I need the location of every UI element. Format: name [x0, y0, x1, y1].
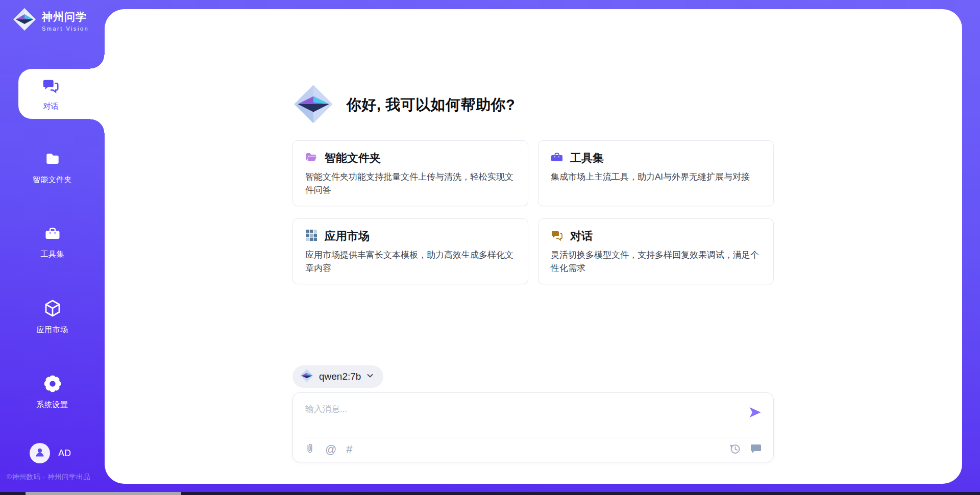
at-icon[interactable]: @ — [325, 443, 336, 456]
sidebar-item-toolset[interactable]: 工具集 — [0, 225, 105, 259]
brand: 神州问学 Smart Vision — [12, 7, 89, 34]
diamond-logo-icon — [292, 83, 334, 127]
sidebar-item-app-market[interactable]: 应用市场 — [0, 298, 105, 335]
hash-icon[interactable]: # — [346, 443, 352, 456]
card-smart-folders[interactable]: 智能文件夹 智能文件夹功能支持批量文件上传与清洗，轻松实现文件问答 — [292, 140, 528, 206]
cube-icon — [42, 311, 63, 320]
card-chat[interactable]: 对话 灵活切换多模型文件，支持多样回复效果调试，满足个性化需求 — [538, 218, 774, 284]
sidebar-item-label: 智能文件夹 — [0, 175, 105, 185]
user-name: AD — [58, 448, 71, 459]
chat-bubbles-icon — [551, 229, 563, 243]
card-title: 应用市场 — [325, 229, 370, 244]
diamond-logo-icon — [12, 7, 37, 34]
paperclip-icon[interactable] — [304, 442, 315, 457]
message-composer: @ # — [292, 392, 774, 462]
sidebar-item-label: 应用市场 — [0, 325, 105, 335]
copyright: ©神州数码 · 神州问学出品 — [7, 473, 90, 482]
sidebar-item-smart-folders[interactable]: 智能文件夹 — [0, 150, 105, 185]
model-name: qwen2:7b — [319, 371, 361, 382]
sidebar-item-chat[interactable]: 对话 — [18, 69, 105, 119]
card-description: 集成市场上主流工具，助力AI与外界无缝扩展与对接 — [551, 170, 761, 184]
card-title: 智能文件夹 — [325, 151, 381, 166]
history-icon[interactable] — [729, 442, 741, 457]
person-icon — [34, 446, 46, 460]
sidebar-item-label: 对话 — [43, 102, 59, 111]
composer-divider — [302, 437, 764, 437]
card-description: 灵活切换多模型文件，支持多样回复效果调试，满足个性化需求 — [551, 249, 761, 275]
greeting-title: 你好, 我可以如何帮助你? — [347, 95, 515, 115]
sidebar-item-settings[interactable]: 系统设置 — [0, 374, 105, 410]
chevron-down-icon — [366, 372, 374, 382]
card-title: 对话 — [570, 229, 593, 244]
composer-tools: @ # — [304, 442, 353, 457]
horizontal-scrollbar[interactable] — [0, 492, 980, 495]
sidebar-item-label: 工具集 — [0, 250, 105, 259]
blocks-icon — [305, 229, 317, 243]
model-selector[interactable]: qwen2:7b — [292, 365, 383, 388]
send-icon[interactable] — [748, 405, 762, 419]
message-input[interactable] — [304, 400, 735, 418]
folder-icon — [43, 161, 62, 170]
main-panel: 你好, 我可以如何帮助你? 智能文件夹 智能文件夹功能支持批量文件上传与清洗，轻… — [105, 9, 962, 484]
folder-open-icon — [305, 151, 317, 165]
brand-subtitle: Smart Vision — [42, 26, 89, 32]
card-toolset[interactable]: 工具集 集成市场上主流工具，助力AI与外界无缝扩展与对接 — [538, 140, 774, 206]
app: 神州问学 Smart Vision 对话 智能文件夹 — [0, 0, 980, 495]
gear-icon — [43, 386, 62, 395]
chat-bubble-icon[interactable] — [750, 442, 762, 457]
sidebar-item-label: 系统设置 — [0, 400, 105, 410]
card-description: 智能文件夹功能支持批量文件上传与清洗，轻松实现文件问答 — [305, 170, 516, 197]
feature-cards: 智能文件夹 智能文件夹功能支持批量文件上传与清洗，轻松实现文件问答 工具集 集成… — [292, 140, 774, 284]
chat-icon — [41, 77, 61, 98]
composer-right-tools — [729, 442, 762, 457]
user-profile[interactable]: AD — [30, 443, 71, 463]
card-title: 工具集 — [570, 151, 604, 166]
greeting: 你好, 我可以如何帮助你? — [292, 83, 515, 127]
diamond-logo-icon — [300, 368, 314, 385]
avatar — [30, 443, 50, 463]
scrollbar-thumb[interactable] — [26, 492, 181, 495]
sidebar: 神州问学 Smart Vision 对话 智能文件夹 — [0, 0, 105, 495]
card-description: 应用市场提供丰富长文本模板，助力高效生成多样化文章内容 — [305, 249, 516, 275]
toolbox-icon — [43, 236, 62, 244]
briefcase-icon — [551, 151, 563, 165]
brand-name: 神州问学 — [42, 10, 89, 24]
card-app-market[interactable]: 应用市场 应用市场提供丰富长文本模板，助力高效生成多样化文章内容 — [292, 218, 528, 284]
